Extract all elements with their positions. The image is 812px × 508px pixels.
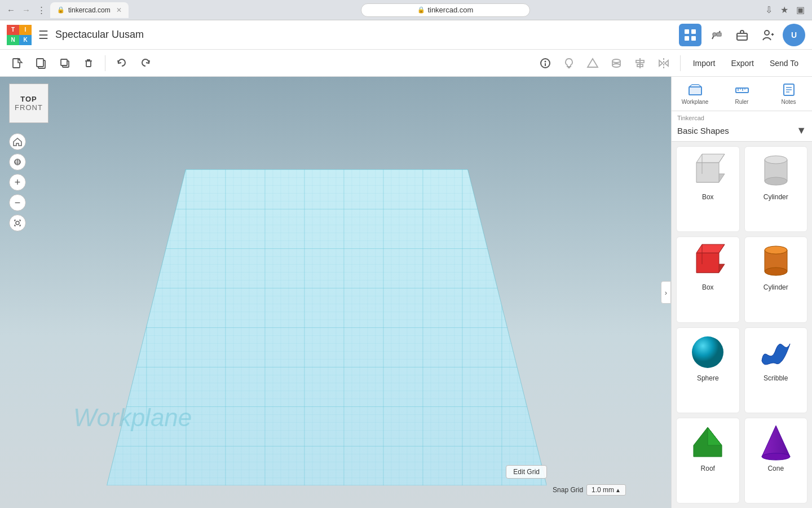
svg-point-35 (16, 221, 19, 225)
svg-rect-1 (691, 29, 696, 34)
grid-view-button[interactable] (679, 24, 701, 46)
box-red-preview (685, 242, 730, 281)
shape-sphere-blue[interactable]: Sphere (676, 327, 740, 413)
shape-cone-purple[interactable]: Cone (744, 418, 808, 503)
roof-green-preview (685, 423, 730, 462)
svg-marker-66 (696, 244, 725, 253)
shape-box-gray[interactable]: Box (676, 146, 740, 232)
shape-cylinder-orange[interactable]: Cylinder (744, 237, 808, 322)
svg-point-4 (713, 33, 716, 36)
duplicate-button[interactable] (54, 52, 76, 74)
undo-button[interactable] (111, 52, 133, 74)
canvas-area: Workplane Edit Grid Snap Grid 1.0 mm ▲ (0, 77, 671, 508)
nav-forward-button[interactable]: → (20, 4, 33, 16)
workplane-icon (688, 82, 703, 97)
address-url: tinkercad.com (427, 6, 473, 14)
profile-button[interactable]: U (783, 24, 805, 46)
toolbar-separator-2 (680, 55, 681, 71)
annotation-button[interactable] (535, 52, 556, 74)
ruler-label: Ruler (735, 99, 749, 105)
svg-rect-0 (685, 29, 689, 34)
shape-tool-button[interactable] (582, 52, 603, 74)
edit-grid-button[interactable]: Edit Grid (506, 465, 547, 479)
logo-i: I (19, 25, 32, 35)
shape-box-red[interactable]: Box (676, 237, 740, 322)
address-bar[interactable]: 🔒 tinkercad.com (361, 3, 530, 17)
tab-close-icon: ✕ (116, 6, 122, 14)
build-icon (710, 29, 722, 41)
hamburger-button[interactable]: ☰ (38, 28, 48, 42)
notes-button[interactable]: Notes (765, 77, 812, 111)
ruler-icon (735, 82, 749, 97)
fit-view-button[interactable] (9, 214, 26, 231)
cylinder-gray-preview (753, 151, 798, 191)
svg-point-60 (765, 177, 787, 185)
tab-button[interactable]: 🔒 tinkercad.com ✕ (50, 2, 129, 18)
panel-collapse-button[interactable]: › (661, 281, 671, 304)
redo-button[interactable] (135, 52, 156, 74)
align-button[interactable] (629, 52, 651, 74)
snap-value: 1.0 mm (592, 486, 614, 494)
duplicate-icon (59, 57, 71, 69)
extensions-button[interactable]: ▣ (793, 3, 807, 16)
align-icon (634, 57, 646, 69)
shape-cylinder-gray[interactable]: Cylinder (744, 146, 808, 232)
shape-scribble[interactable]: Scribble (744, 327, 808, 413)
snap-grid-label: Snap Grid (553, 486, 583, 494)
import-button[interactable]: Import (686, 54, 722, 73)
light-bulb-button[interactable] (558, 52, 580, 74)
sphere-blue-preview (685, 332, 730, 372)
svg-point-25 (612, 64, 620, 67)
light-bulb-icon (563, 57, 575, 69)
svg-marker-55 (696, 163, 719, 182)
shapes-dropdown[interactable]: Basic Shapes ▼ (672, 122, 812, 142)
bookmark-button[interactable]: ★ (778, 3, 791, 16)
cylinder-tool-button[interactable] (606, 52, 627, 74)
zoom-out-button[interactable]: − (9, 194, 26, 211)
download-button[interactable]: ⇩ (762, 3, 775, 16)
dropdown-arrow-icon: ▼ (796, 125, 806, 137)
export-button[interactable]: Export (724, 54, 760, 73)
nav-menu-button[interactable]: ⋮ (35, 4, 48, 16)
copy-button[interactable] (30, 52, 52, 74)
shape-scribble-label: Scribble (764, 374, 788, 382)
mirror-button[interactable] (653, 52, 674, 74)
shape-roof-green[interactable]: Roof (676, 418, 740, 503)
new-button[interactable] (7, 52, 28, 74)
briefcase-button[interactable] (731, 24, 753, 46)
delete-button[interactable] (78, 52, 99, 74)
orbit-icon (13, 157, 22, 167)
svg-rect-15 (61, 59, 67, 65)
briefcase-icon (736, 29, 748, 41)
logo-t: T (7, 25, 19, 35)
view-cube[interactable]: TOP FRONT (9, 84, 48, 123)
send-to-button[interactable]: Send To (763, 54, 805, 73)
notes-icon (782, 82, 796, 97)
project-title: Spectacular Uusam (55, 29, 144, 41)
mirror-icon (657, 57, 670, 69)
add-user-button[interactable] (757, 24, 779, 46)
shape-cylinder-orange-label: Cylinder (764, 283, 788, 291)
redo-icon (139, 57, 152, 69)
snap-value-display[interactable]: 1.0 mm ▲ (586, 484, 626, 496)
build-button[interactable] (705, 24, 727, 46)
shape-cylinder-gray-label: Cylinder (764, 193, 788, 201)
shape-cone-purple-label: Cone (767, 465, 784, 472)
svg-rect-2 (685, 36, 689, 41)
tab-url: tinkercad.com (68, 6, 111, 14)
workplane-button[interactable]: Workplane (672, 77, 718, 111)
home-view-button[interactable] (9, 133, 26, 150)
profile-initial: U (791, 30, 797, 40)
shape-box-gray-label: Box (702, 193, 714, 201)
ruler-button[interactable]: Ruler (718, 77, 765, 111)
svg-rect-13 (37, 59, 43, 67)
undo-icon (116, 57, 128, 69)
orbit-button[interactable] (9, 154, 26, 170)
nav-back-button[interactable]: ← (5, 4, 17, 16)
zoom-in-button[interactable]: + (9, 174, 26, 191)
tinkercad-logo[interactable]: T I N K (7, 25, 32, 45)
cylinder-tool-icon (610, 57, 623, 69)
snap-grid-bar: Snap Grid 1.0 mm ▲ (553, 484, 626, 496)
svg-rect-39 (107, 169, 546, 485)
svg-marker-56 (696, 154, 725, 163)
